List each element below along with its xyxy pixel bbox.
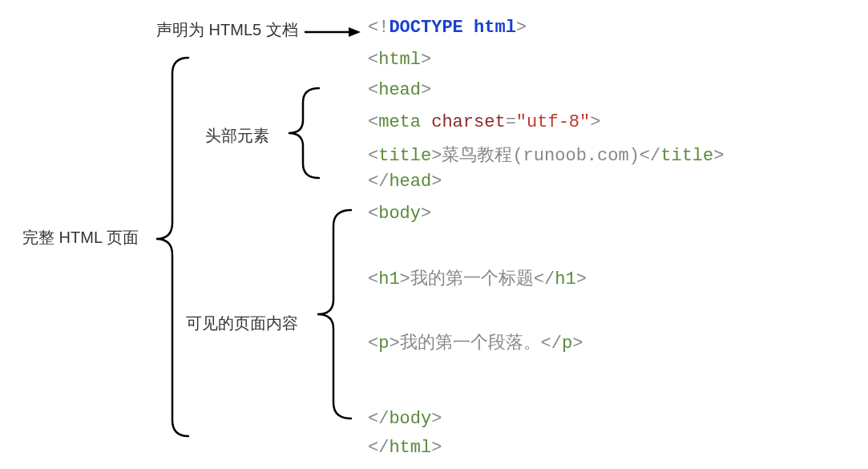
- code-line-html-open: <html>: [368, 50, 431, 70]
- head-section-label: 头部元素: [205, 125, 269, 147]
- brace-full-page: [148, 58, 188, 436]
- doctype-declaration-label: 声明为 HTML5 文档: [156, 19, 298, 41]
- code-line-body-close: </body>: [368, 409, 442, 429]
- code-line-meta: <meta charset="utf-8">: [368, 112, 600, 132]
- code-line-doctype: <!DOCTYPE html>: [368, 18, 527, 38]
- code-line-head-close: </head>: [368, 172, 442, 192]
- body-section-label: 可见的页面内容: [186, 313, 298, 334]
- brace-head: [279, 88, 319, 178]
- svg-marker-1: [349, 27, 361, 37]
- full-html-page-label: 完整 HTML 页面: [22, 227, 139, 249]
- code-line-html-close: </html>: [368, 438, 442, 458]
- code-line-title: <title>菜鸟教程(runoob.com)</title>: [368, 143, 724, 167]
- brace-body: [311, 210, 351, 418]
- code-line-body-open: <body>: [368, 204, 431, 224]
- code-line-p: <p>我的第一个段落。</p>: [368, 330, 583, 354]
- arrow-icon: [305, 26, 361, 38]
- code-line-head-open: <head>: [368, 80, 431, 100]
- code-line-h1: <h1>我的第一个标题</h1>: [368, 266, 587, 290]
